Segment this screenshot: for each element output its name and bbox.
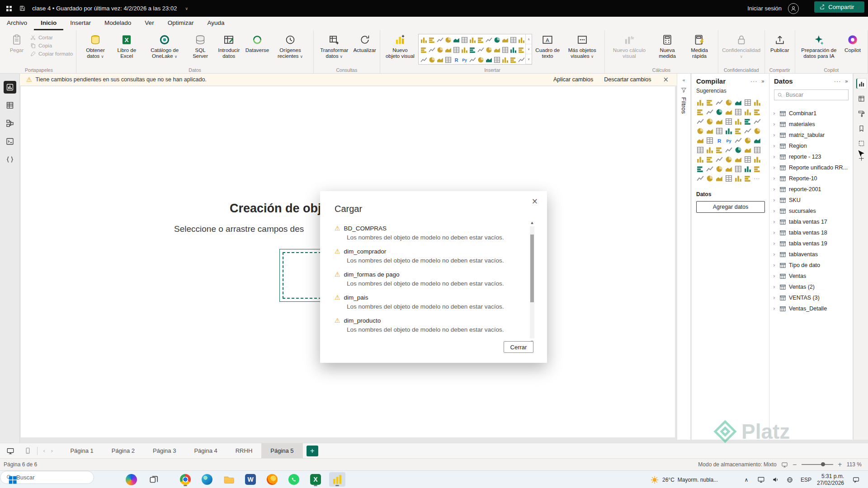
clustered-column-chart-icon[interactable] bbox=[724, 98, 733, 107]
table-row-reporte-123[interactable]: ›reporte - 123 bbox=[769, 151, 853, 162]
menu-tab-modelado[interactable]: Modelado bbox=[98, 17, 138, 30]
ribbon-chart-icon[interactable] bbox=[734, 108, 742, 116]
paginated-report-icon[interactable] bbox=[509, 56, 517, 64]
clustered-column-chart-icon[interactable] bbox=[444, 36, 452, 44]
accent-card-icon[interactable] bbox=[715, 155, 723, 164]
custom-visual-14-icon[interactable] bbox=[715, 174, 723, 183]
smart-narrative-icon[interactable] bbox=[696, 145, 704, 154]
decomposition-tree-icon[interactable] bbox=[477, 56, 485, 64]
custom-visual-2-icon[interactable] bbox=[734, 155, 742, 164]
area-chart-icon[interactable] bbox=[477, 36, 485, 44]
prev-page-icon[interactable]: ‹ bbox=[40, 447, 48, 454]
volume-icon[interactable] bbox=[769, 471, 781, 488]
multi-row-card-icon[interactable] bbox=[724, 127, 733, 135]
format-pane-icon[interactable] bbox=[856, 108, 867, 119]
line-and-clustered-column-chart-icon[interactable] bbox=[501, 36, 509, 44]
card-icon[interactable] bbox=[501, 46, 509, 54]
custom-visual-8-icon[interactable] bbox=[724, 164, 733, 173]
copilot-taskbar-icon[interactable] bbox=[123, 471, 139, 488]
account-icon[interactable] bbox=[788, 3, 799, 14]
display-tray-icon[interactable] bbox=[755, 471, 767, 488]
kpi-icon[interactable] bbox=[518, 46, 525, 54]
chevron-right-icon[interactable]: › bbox=[773, 154, 777, 160]
ribbon-item-copilot[interactable]: Copilot bbox=[841, 32, 864, 53]
stacked-area-chart-icon[interactable] bbox=[705, 108, 714, 116]
page-tab-página-1[interactable]: Página 1 bbox=[61, 443, 102, 459]
table-row-matriz-tabular[interactable]: ›matriz_tabular bbox=[769, 130, 853, 141]
apply-changes-button[interactable]: Aplicar cambios bbox=[550, 75, 597, 84]
table-row-tipo-de-dato[interactable]: ›Tipo de dato bbox=[769, 260, 853, 271]
qa-visual-icon[interactable] bbox=[753, 136, 761, 145]
ribbon-item-orígenes-recientes[interactable]: Orígenes recientes ∨ bbox=[270, 32, 310, 59]
stacked-bar-chart-icon[interactable] bbox=[420, 36, 428, 44]
stacked-column-chart-icon[interactable] bbox=[428, 36, 436, 44]
filled-map-icon[interactable] bbox=[743, 117, 752, 126]
page-tab-página-5[interactable]: Página 5 bbox=[261, 443, 302, 459]
metrics-icon[interactable] bbox=[501, 56, 509, 64]
chevron-right-icon[interactable]: › bbox=[773, 186, 777, 192]
chevron-right-icon[interactable]: › bbox=[773, 284, 777, 290]
table-row-materiales[interactable]: ›materiales bbox=[769, 119, 853, 130]
paginated-report-icon[interactable] bbox=[715, 145, 723, 154]
funnel-chart-icon[interactable] bbox=[420, 46, 428, 54]
map-icon[interactable] bbox=[461, 46, 468, 54]
ribbon-item-pegar[interactable]: Pegar bbox=[5, 32, 28, 53]
new-slicer-icon[interactable] bbox=[753, 127, 761, 135]
new-card-icon[interactable] bbox=[753, 145, 761, 154]
matrix-icon[interactable] bbox=[444, 56, 452, 64]
menu-tab-ver[interactable]: Ver bbox=[138, 17, 160, 30]
chevron-right-icon[interactable]: › bbox=[773, 251, 777, 258]
expand-pane-icon[interactable]: « bbox=[682, 77, 685, 83]
network-icon[interactable] bbox=[784, 471, 796, 488]
ribbon-item-libro-de-excel[interactable]: XLibro de Excel bbox=[113, 32, 141, 59]
table-row-ventas-detalle[interactable]: ›Ventas_Detalle bbox=[769, 303, 853, 314]
line-chart-icon[interactable] bbox=[753, 98, 761, 107]
pie-chart-icon[interactable] bbox=[705, 117, 714, 126]
page-tab-página-4[interactable]: Página 4 bbox=[185, 443, 226, 459]
task-view-icon[interactable] bbox=[146, 471, 162, 488]
clustered-bar-chart-icon[interactable] bbox=[715, 98, 723, 107]
desktop-view-icon[interactable] bbox=[4, 445, 17, 457]
ribbon-item-actualizar[interactable]: Actualizar bbox=[353, 32, 377, 53]
ribbon-item-nueva-medida[interactable]: Nueva medida bbox=[652, 32, 683, 59]
ribbon-item-copia[interactable]: Copia bbox=[30, 42, 73, 49]
treemap-icon[interactable] bbox=[724, 117, 733, 126]
filled-map-icon[interactable] bbox=[469, 46, 476, 54]
excel-icon[interactable]: X bbox=[307, 472, 324, 487]
table-row-tabla-ventas-18[interactable]: ›tabla ventas 18 bbox=[769, 227, 853, 238]
more-options-icon[interactable]: ··· bbox=[750, 78, 758, 84]
new-page-button[interactable]: + bbox=[307, 446, 318, 456]
dialog-scrollbar[interactable]: ▲ ▼ bbox=[530, 226, 534, 338]
gallery-up-icon[interactable]: ∧ bbox=[526, 34, 532, 44]
table-row-ventas-3[interactable]: ›VENTAS (3) bbox=[769, 292, 853, 303]
decomposition-tree-icon[interactable] bbox=[743, 136, 752, 145]
ribbon-item-nuevo-cálculo-visual[interactable]: fxNuevo cálculo visual bbox=[608, 32, 651, 59]
line-and-stacked-column-chart-icon[interactable] bbox=[715, 108, 723, 116]
custom-visual-6-icon[interactable] bbox=[705, 164, 714, 173]
hidden-icons-chevron[interactable]: ∧ bbox=[741, 471, 751, 488]
chevron-right-icon[interactable]: › bbox=[773, 175, 777, 182]
table-row-reporte-unificado-rr[interactable]: ›Reporte unificado RR... bbox=[769, 162, 853, 173]
chevron-right-icon[interactable]: › bbox=[773, 262, 777, 268]
qa-visual-icon[interactable] bbox=[485, 56, 493, 64]
more-options-icon[interactable]: ··· bbox=[834, 78, 841, 84]
data-pane-icon[interactable] bbox=[856, 93, 867, 104]
search-input[interactable] bbox=[786, 92, 840, 98]
table-row-sucursales[interactable]: ›sucursales bbox=[769, 206, 853, 216]
smart-narrative-icon[interactable] bbox=[493, 56, 501, 64]
arcgis-map-icon[interactable] bbox=[518, 56, 525, 64]
line-and-clustered-column-chart-icon[interactable] bbox=[724, 108, 733, 116]
shape-map-icon[interactable] bbox=[477, 46, 485, 54]
100-stacked-column-chart-icon[interactable] bbox=[461, 36, 468, 44]
chevron-right-icon[interactable]: › bbox=[773, 121, 777, 127]
ribbon-item-preparación-de-datos-para-ia[interactable]: Preparación de datos para IA bbox=[798, 32, 840, 59]
treemap-icon[interactable] bbox=[453, 46, 460, 54]
python-visual-icon[interactable]: Py bbox=[724, 136, 733, 145]
mobile-view-icon[interactable] bbox=[21, 445, 34, 457]
fit-to-page-icon[interactable] bbox=[781, 461, 788, 468]
zoom-in-icon[interactable]: + bbox=[838, 461, 842, 468]
start-button[interactable] bbox=[5, 471, 21, 488]
file-explorer-icon[interactable] bbox=[221, 472, 237, 487]
ribbon-item-más-objetos-visuales[interactable]: Más objetos visuales ∨ bbox=[563, 32, 601, 59]
azure-map-icon[interactable] bbox=[696, 127, 704, 135]
